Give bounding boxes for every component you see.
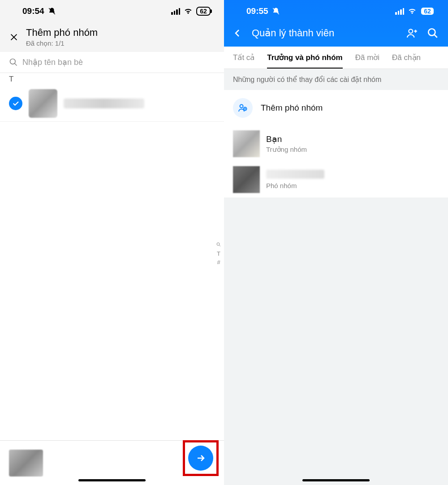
index-hash[interactable]: # xyxy=(217,259,220,266)
index-letter[interactable]: T xyxy=(217,250,220,257)
svg-point-0 xyxy=(10,59,16,64)
add-deputy-label: Thêm phó nhóm xyxy=(261,103,323,113)
checkmark-icon[interactable] xyxy=(9,97,22,110)
avatar xyxy=(29,89,57,118)
search-placeholder: Nhập tên bạn bè xyxy=(22,57,83,67)
status-time: 09:54 xyxy=(22,6,44,16)
home-indicator xyxy=(78,479,146,481)
add-member-icon[interactable] xyxy=(406,27,418,39)
wifi-icon xyxy=(408,8,417,15)
svg-point-4 xyxy=(240,105,243,108)
svg-point-3 xyxy=(428,29,435,35)
left-screen: 09:54 62 Thêm phó nhóm Đã chọn: 1/1 Nhập… xyxy=(0,0,224,485)
contact-row[interactable] xyxy=(0,86,224,122)
add-deputy-button[interactable]: Thêm phó nhóm xyxy=(224,90,448,126)
right-screen: 09:55 62 Quản lý thành viên xyxy=(224,0,448,485)
status-bar: 09:55 62 xyxy=(224,0,448,22)
section-header: T xyxy=(0,73,224,86)
tab-blocked[interactable]: Đã chặn xyxy=(392,53,421,69)
confirm-button[interactable] xyxy=(188,446,213,471)
page-title: Thêm phó nhóm xyxy=(26,27,98,39)
signal-icon xyxy=(395,8,404,15)
status-time: 09:55 xyxy=(246,6,268,16)
search-icon xyxy=(9,58,18,67)
highlight-box xyxy=(183,440,219,476)
mute-icon xyxy=(272,7,280,15)
selected-avatar[interactable] xyxy=(9,450,43,476)
member-role: Trưởng nhóm xyxy=(266,146,307,154)
blue-header: 09:55 62 Quản lý thành viên xyxy=(224,0,448,47)
battery-icon: 62 xyxy=(420,7,435,16)
add-deputy-icon xyxy=(233,98,253,118)
tab-invited[interactable]: Đã mời xyxy=(355,53,379,69)
status-bar: 09:54 62 xyxy=(0,0,224,22)
battery-icon: 62 xyxy=(196,7,211,16)
member-name: Bạn xyxy=(266,134,307,144)
search-input[interactable]: Nhập tên bạn bè xyxy=(0,52,224,73)
mute-icon xyxy=(48,7,56,15)
signal-icon xyxy=(171,8,180,15)
selected-bar xyxy=(0,440,224,485)
close-icon[interactable] xyxy=(9,32,19,42)
member-role: Phó nhóm xyxy=(266,182,324,189)
info-banner: Những người có thể thay đổi các cài đặt … xyxy=(224,69,448,90)
page-title: Quản lý thành viên xyxy=(252,27,398,39)
svg-point-1 xyxy=(217,243,220,245)
search-icon[interactable] xyxy=(216,242,221,249)
member-row-me[interactable]: Bạn Trưởng nhóm xyxy=(224,126,448,162)
tabs: Tất cả Trưởng và phó nhóm Đã mời Đã chặn xyxy=(224,47,448,69)
wifi-icon xyxy=(184,8,193,15)
contact-name xyxy=(64,99,144,108)
avatar xyxy=(233,130,260,157)
search-icon[interactable] xyxy=(426,27,439,39)
avatar xyxy=(233,166,260,193)
tab-leaders[interactable]: Trưởng và phó nhóm xyxy=(267,53,342,69)
svg-point-2 xyxy=(409,29,413,33)
left-header: Thêm phó nhóm Đã chọn: 1/1 xyxy=(0,22,224,52)
back-icon[interactable] xyxy=(231,27,244,39)
selection-count: Đã chọn: 1/1 xyxy=(26,39,98,47)
member-name xyxy=(266,170,324,179)
tab-all[interactable]: Tất cả xyxy=(233,53,254,69)
home-indicator xyxy=(302,479,370,481)
empty-area xyxy=(224,197,448,485)
member-row-deputy[interactable]: Phó nhóm xyxy=(224,162,448,197)
alpha-index[interactable]: T # xyxy=(216,242,221,266)
